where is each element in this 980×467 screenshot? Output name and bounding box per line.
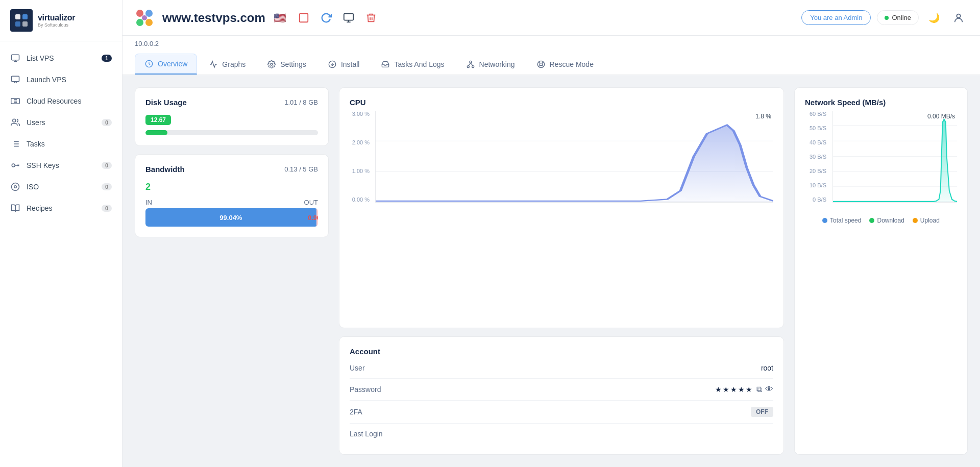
net-y-60: 60 B/S [805,111,829,117]
account-row-2fa: 2FA OFF [350,401,773,424]
net-chart-inner: 0.00 MB/s [832,111,957,203]
cpu-y-0: 0.00 % [350,196,373,203]
tab-networking[interactable]: Networking [456,54,525,75]
net-y-labels: 60 B/S 50 B/S 40 B/S 30 B/S 20 B/S 10 B/… [805,111,829,203]
install-tab-icon [328,60,337,69]
svg-rect-2 [15,21,20,27]
svg-line-40 [468,63,470,66]
sidebar-item-users[interactable]: Users 0 [0,112,122,133]
total-speed-label: Total speed [830,217,861,224]
iso-badge: 0 [102,183,112,190]
svg-point-12 [13,119,16,122]
launch-vps-label: Launch VPS [27,76,66,84]
tab-graphs-label: Graphs [222,60,246,68]
net-y-40: 40 B/S [805,139,829,145]
svg-line-47 [542,62,543,63]
bandwidth-title: Bandwidth [145,165,185,174]
svg-point-19 [12,164,15,167]
online-label: Online [892,14,911,21]
header: www.testvps.com 🇺🇸 You are an Admin [122,0,980,36]
svg-point-39 [472,65,474,67]
tab-graphs[interactable]: Graphs [199,54,255,75]
console-button[interactable] [339,9,358,27]
twofa-value: OFF [751,407,773,417]
password-stars: ★★★★★ [715,385,753,394]
svg-rect-1 [22,14,28,19]
bandwidth-value: 0.13 / 5 GB [284,165,318,173]
tab-overview[interactable]: Overview [135,54,197,75]
net-y-20: 20 B/S [805,168,829,174]
users-icon [10,117,20,128]
svg-point-24 [136,10,143,17]
ssh-keys-badge: 0 [102,162,112,169]
launch-vps-icon [10,75,20,85]
users-badge: 0 [102,119,112,126]
tab-tasks-logs[interactable]: Tasks And Logs [371,54,454,75]
user-menu-button[interactable] [949,9,968,27]
disk-usage-badge: 12.67 [145,115,171,125]
sidebar-item-tasks[interactable]: Tasks [0,133,122,155]
main-content: Disk Usage 1.01 / 8 GB 12.67 Bandwidth 0… [122,75,980,467]
sidebar-item-cloud-resources[interactable]: Cloud Resources [0,90,122,112]
online-status-dot [885,16,889,20]
recipes-icon [10,203,20,213]
list-vps-icon [10,53,20,63]
net-y-10: 10 B/S [805,182,829,188]
svg-point-22 [12,183,19,191]
header-domain: www.testvps.com [162,11,265,25]
recipes-label: Recipes [27,204,53,212]
tab-install[interactable]: Install [318,54,370,75]
header-actions [295,9,380,27]
tab-settings[interactable]: Settings [257,54,316,75]
user-label: User [350,364,365,372]
disk-usage-title: Disk Usage [145,98,187,107]
stop-button[interactable] [295,9,313,27]
tabs-bar: Overview Graphs Settings Install [135,54,968,75]
sidebar-item-launch-vps[interactable]: Launch VPS [0,69,122,90]
networking-tab-icon [466,60,475,69]
admin-badge[interactable]: You are an Admin [801,10,871,25]
cpu-y-3: 3.00 % [350,111,373,117]
sidebar-logo: virtualizor By Softaculous [0,0,122,41]
tasks-label: Tasks [27,140,45,148]
upload-dot [913,218,918,223]
header-right: You are an Admin Online 🌙 [801,9,968,27]
bandwidth-card: Bandwidth 0.13 / 5 GB 2 IN OUT 99.04% 0.… [135,154,329,237]
copy-password-button[interactable]: ⧉ [756,385,762,394]
mid-column: CPU 3.00 % 2.00 % 1.00 % 0.00 % 1.8 % [339,87,784,455]
theme-toggle[interactable]: 🌙 [925,9,943,27]
restart-button[interactable] [317,9,335,27]
account-row-password: Password ★★★★★ ⧉ 👁 [350,379,773,401]
network-speed-title: Network Speed (MB/s) [805,98,886,107]
svg-point-23 [14,186,17,188]
overview-tab-icon [144,59,154,68]
tasks-logs-tab-icon [381,60,390,69]
cloud-resources-icon [10,96,20,106]
delete-button[interactable] [362,9,380,27]
svg-point-28 [142,15,147,20]
net-y-30: 30 B/S [805,154,829,160]
cpu-title: CPU [350,98,366,107]
disk-usage-card: Disk Usage 1.01 / 8 GB 12.67 [135,87,329,146]
tab-rescue-mode[interactable]: Rescue Mode [527,54,603,75]
left-column: Disk Usage 1.01 / 8 GB 12.67 Bandwidth 0… [135,87,329,455]
svg-point-38 [467,65,469,67]
password-label: Password [350,385,381,394]
sidebar-item-list-vps[interactable]: List VPS 1 [0,47,122,69]
show-password-button[interactable]: 👁 [765,385,773,394]
logo-sub: By Softaculous [38,22,75,28]
net-y-0: 0 B/S [805,196,829,203]
sidebar-item-ssh-keys[interactable]: SSH Keys 0 [0,155,122,176]
network-speed-card: Network Speed (MB/s) 60 B/S 50 B/S 40 B/… [794,87,968,455]
sidebar-item-iso[interactable]: ISO 0 [0,176,122,198]
svg-point-43 [540,63,542,65]
sidebar-item-recipes[interactable]: Recipes 0 [0,198,122,219]
rescue-mode-tab-icon [536,60,546,69]
online-badge[interactable]: Online [877,10,919,25]
upload-label: Upload [920,217,940,224]
svg-line-44 [538,62,540,63]
net-y-50: 50 B/S [805,125,829,131]
svg-point-35 [271,63,273,65]
main-area: www.testvps.com 🇺🇸 You are an Admin [122,0,980,467]
users-label: Users [27,118,45,127]
